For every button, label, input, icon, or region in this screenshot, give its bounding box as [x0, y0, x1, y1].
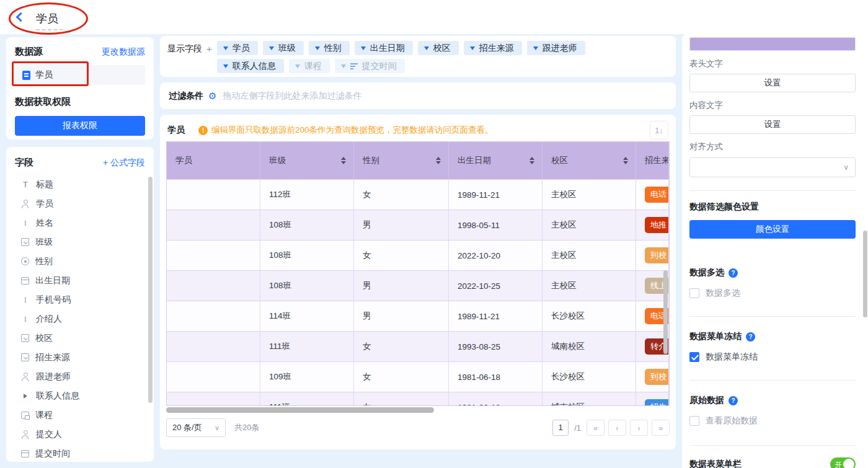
table-horizontal-scrollbar[interactable] [166, 407, 670, 413]
display-field-chip[interactable]: 班级 [263, 41, 304, 55]
prev-page-button[interactable]: ‹ [608, 420, 626, 436]
cell-gender: 女 [354, 180, 449, 210]
cell-student [167, 362, 260, 392]
field-list-item[interactable]: 出生日期 [15, 271, 145, 290]
change-datasource-link[interactable]: 更改数据源 [102, 46, 145, 58]
table-row[interactable]: 111班 女 1981-06-18 城南校区 招生 [167, 392, 669, 406]
field-list-item[interactable]: 学员 [15, 194, 145, 213]
table-menubar-toggle[interactable]: 开 [830, 457, 856, 468]
checkbox[interactable] [689, 352, 699, 362]
display-field-chip[interactable]: 招生来源 [464, 41, 522, 55]
display-field-chip[interactable]: 校区 [418, 41, 459, 55]
first-page-button[interactable]: « [587, 420, 604, 436]
table-header-cell[interactable]: 性别 [354, 142, 449, 179]
table-row[interactable]: 111班 女 1993-08-25 城南校区 转介 [167, 331, 669, 361]
table-row[interactable]: 114班 男 1989-11-21 长沙校区 电话 [167, 301, 669, 331]
page-number-input[interactable]: 1 [552, 420, 569, 436]
checkbox-label: 数据多选 [706, 288, 740, 299]
sort-icon[interactable] [529, 157, 534, 164]
field-list-item[interactable]: 招生来源 [15, 348, 145, 367]
table-header-cell[interactable]: 学员 [167, 142, 260, 179]
table-row[interactable]: 108班 女 2022-10-20 主校区 到校 [167, 240, 669, 270]
display-field-chip[interactable]: 课程 [289, 59, 330, 73]
table-vertical-scrollbar[interactable] [663, 270, 668, 354]
field-list-item[interactable]: 手机号码 [15, 290, 145, 309]
header-text-settings-button[interactable]: 设置 [689, 74, 856, 92]
warning-icon: ! [198, 126, 208, 135]
checkbox-label: 数据菜单冻结 [706, 351, 758, 363]
cell-gender: 男 [354, 301, 449, 331]
sort-order-button[interactable]: 1↓ [650, 121, 668, 139]
table-row[interactable]: 109班 女 1981-06-18 长沙校区 到校 [167, 361, 669, 392]
field-list-item[interactable]: 提交人 [15, 425, 145, 444]
field-label: 提交人 [36, 429, 62, 440]
preview-card: 学员 ! 编辑界面只取数据源前200条作为查询数据预览，完整数据请访问页面查看。… [160, 115, 676, 449]
display-field-chip[interactable]: 学员 [217, 41, 258, 55]
cell-birthday: 1981-06-18 [449, 392, 542, 406]
content-text-settings-button[interactable]: 设置 [689, 115, 856, 134]
datasource-item-student[interactable]: 学员 [15, 65, 145, 85]
table-row[interactable]: 108班 男 1998-05-11 主校区 地推 [167, 210, 669, 240]
field-list-item[interactable]: 课程 [15, 405, 145, 425]
add-display-field-button[interactable]: + [206, 43, 212, 72]
cell-student [167, 241, 260, 270]
alignment-select[interactable]: ∨ [689, 157, 856, 177]
chip-label: 招生来源 [479, 43, 514, 54]
back-icon[interactable] [16, 12, 26, 22]
page-size-select[interactable]: 20 条/页 ∨ [166, 418, 226, 437]
field-list-item[interactable]: 介绍人 [15, 309, 145, 329]
color-settings-button[interactable]: 颜色设置 [689, 220, 856, 239]
checkbox[interactable] [689, 416, 699, 426]
cell-gender: 女 [354, 241, 449, 270]
sort-icon[interactable] [623, 157, 628, 164]
add-formula-field-link[interactable]: + 公式字段 [103, 157, 145, 169]
table-header-cell[interactable]: 出生日期 [449, 142, 542, 179]
header-text-label: 表头文字 [689, 58, 856, 69]
gear-icon[interactable]: ⚙ [208, 91, 216, 102]
display-field-chip[interactable]: 提交时间 [335, 59, 405, 73]
table-header-cell[interactable]: 班级 [260, 142, 354, 179]
field-label: 标题 [36, 179, 53, 190]
last-page-button[interactable]: » [652, 420, 670, 436]
cell-class: 109班 [260, 362, 354, 392]
sort-icon[interactable] [436, 157, 441, 164]
raw-data-checkbox-row[interactable]: 查看原始数据 [689, 415, 856, 426]
display-field-chip[interactable]: 性别 [309, 41, 350, 55]
cell-birthday: 2022-10-20 [449, 241, 542, 270]
help-icon[interactable]: ? [728, 268, 738, 278]
table-row[interactable]: 108班 男 2022-10-25 主校区 线上 [167, 270, 669, 301]
display-fields-label: 显示字段 [167, 43, 202, 72]
field-type-icon [21, 257, 29, 265]
table-header-cell[interactable]: 校区 [542, 142, 636, 179]
display-field-chip[interactable]: 跟进老师 [527, 41, 585, 55]
field-list-item[interactable]: 校区 [15, 329, 145, 348]
field-list-item[interactable]: 提交时间 [15, 444, 145, 462]
display-field-chip[interactable]: 出生日期 [355, 41, 413, 55]
next-page-button[interactable]: › [630, 420, 648, 436]
table-header-cell[interactable]: 招生来源 [636, 142, 669, 179]
settings-scrollbar[interactable] [863, 231, 867, 317]
checkbox[interactable] [689, 288, 699, 298]
header-color-swatch[interactable] [689, 37, 856, 51]
fields-scrollbar[interactable] [148, 177, 153, 403]
help-icon[interactable]: ? [728, 396, 738, 405]
cell-campus: 主校区 [542, 241, 636, 270]
field-list-item[interactable]: 联系人信息 [15, 386, 145, 405]
menu-freeze-checkbox-row[interactable]: 数据菜单冻结 [689, 351, 856, 363]
sort-icon[interactable] [341, 157, 346, 164]
chevron-down-icon [295, 64, 300, 68]
report-permission-button[interactable]: 报表权限 [15, 116, 145, 136]
scrollbar-thumb[interactable] [166, 407, 434, 413]
column-label: 班级 [269, 155, 286, 166]
multi-select-checkbox-row[interactable]: 数据多选 [689, 288, 856, 299]
field-list-item[interactable]: 班级 [15, 232, 145, 252]
field-list-item[interactable]: 姓名 [15, 213, 145, 232]
display-field-chip[interactable]: 联系人信息 [217, 59, 284, 73]
field-list-item[interactable]: 标题 [15, 175, 145, 194]
help-icon[interactable]: ? [746, 332, 755, 342]
chip-label: 学员 [232, 43, 250, 54]
table-body: 112班 女 1989-11-21 主校区 电话 108班 男 1998-05-… [167, 179, 669, 406]
field-list-item[interactable]: 跟进老师 [15, 367, 145, 386]
table-row[interactable]: 112班 女 1989-11-21 主校区 电话 [167, 179, 669, 210]
field-list-item[interactable]: 性别 [15, 252, 145, 271]
